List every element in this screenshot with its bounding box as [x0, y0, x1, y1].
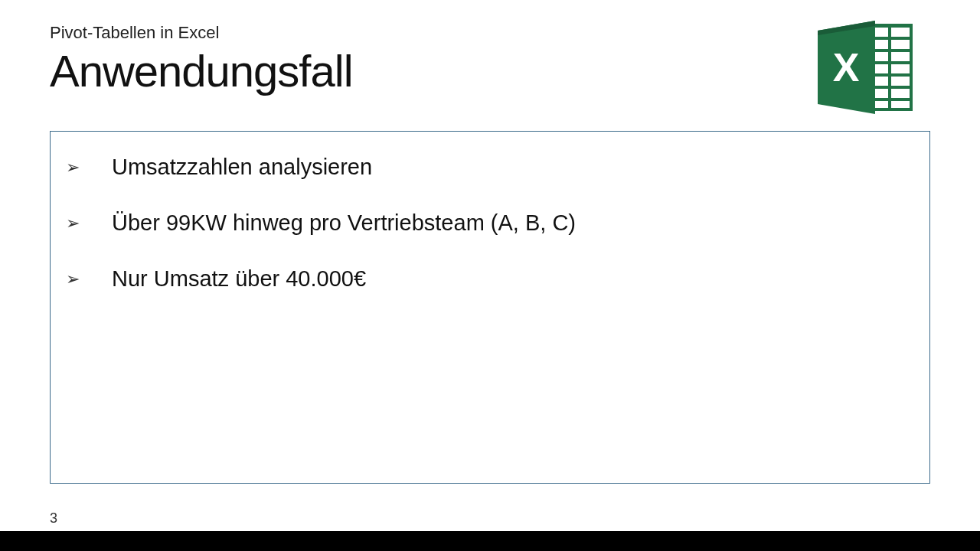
- bullet-text: Umsatzzahlen analysieren: [112, 155, 372, 180]
- slide-subtitle: Pivot-Tabellen in Excel: [50, 23, 930, 43]
- bullet-text: Nur Umsatz über 40.000€: [112, 266, 366, 292]
- list-item: ➢ Nur Umsatz über 40.000€: [66, 266, 914, 292]
- bullet-list: ➢ Umsatzzahlen analysieren ➢ Über 99KW h…: [66, 155, 914, 292]
- slide-title: Anwendungsfall: [50, 47, 930, 96]
- bullet-marker-icon: ➢: [66, 269, 112, 289]
- list-item: ➢ Über 99KW hinweg pro Vertriebsteam (A,…: [66, 210, 914, 236]
- excel-icon: X: [814, 18, 917, 119]
- page-number: 3: [50, 510, 57, 527]
- bullet-marker-icon: ➢: [66, 214, 112, 233]
- slide: Pivot-Tabellen in Excel Anwendungsfall: [0, 0, 980, 528]
- bottom-bar: [0, 531, 980, 551]
- bullet-text: Über 99KW hinweg pro Vertriebsteam (A, B…: [112, 210, 576, 236]
- bullet-marker-icon: ➢: [66, 158, 112, 178]
- svg-rect-13: [891, 52, 910, 61]
- svg-rect-15: [891, 64, 910, 73]
- svg-rect-9: [891, 28, 910, 37]
- svg-rect-19: [891, 89, 910, 98]
- list-item: ➢ Umsatzzahlen analysieren: [66, 155, 914, 180]
- svg-text:X: X: [833, 45, 860, 90]
- svg-rect-17: [891, 77, 910, 86]
- svg-rect-21: [891, 101, 910, 108]
- svg-rect-11: [891, 40, 910, 49]
- content-box: ➢ Umsatzzahlen analysieren ➢ Über 99KW h…: [50, 131, 930, 484]
